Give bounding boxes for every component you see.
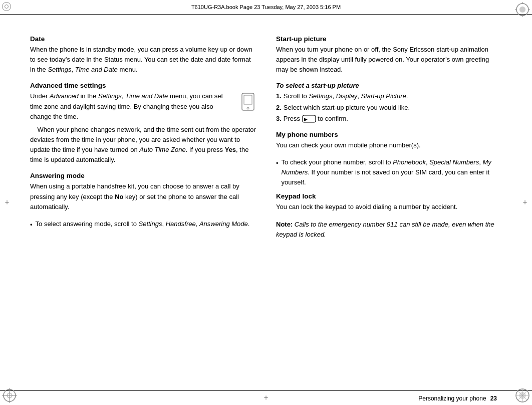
header-text: T610UG-R3A.book Page 23 Tuesday, May 27,… — [191, 4, 341, 10]
date-section: Date When the phone is in standby mode, … — [30, 35, 256, 75]
advanced-heading: Advanced time settings — [30, 82, 256, 89]
two-column-layout: Date When the phone is in standby mode, … — [30, 25, 502, 375]
answering-bullet: • To select answering mode, scroll to Se… — [30, 219, 256, 230]
step-num-2: 2. — [276, 103, 282, 113]
keypad-text: You can lock the keypad to avoid dialing… — [276, 202, 502, 212]
advanced-text-2: When your phone changes network, and the… — [30, 125, 256, 165]
startup-section: Start-up picture When you turn your phon… — [276, 35, 502, 124]
date-heading: Date — [30, 35, 256, 43]
my-phone-bullet-text: To check your phone number, scroll to Ph… — [282, 157, 502, 187]
content-area: Date When the phone is in standby mode, … — [30, 25, 502, 375]
phone-icon — [240, 92, 256, 113]
top-border — [0, 14, 532, 15]
step-text-3: Press ▶ to confirm. — [284, 114, 348, 124]
mid-mark-left — [3, 198, 11, 207]
step-text-2: Select which start-up picture you would … — [284, 103, 410, 113]
answering-text: When using a portable handsfree kit, you… — [30, 181, 256, 212]
answering-section: Answering mode When using a portable han… — [30, 172, 256, 230]
step-text-1: Scroll to Settings, Display, Start-up Pi… — [284, 91, 408, 101]
advanced-row: Under Advanced in the Settings, Time and… — [30, 91, 256, 121]
keypad-section: Keypad lock You can lock the keypad to a… — [276, 192, 502, 239]
startup-step-1: 1. Scroll to Settings, Display, Start-up… — [276, 91, 502, 101]
corner-mark-br — [515, 388, 530, 403]
step-num-1: 1. — [276, 91, 282, 101]
startup-italic-heading: To select a start-up picture — [276, 82, 502, 89]
svg-point-18 — [247, 107, 249, 109]
footer-page-number: 23 — [490, 395, 497, 402]
my-phone-bullet: • To check your phone number, scroll to … — [276, 157, 502, 187]
answering-heading: Answering mode — [30, 172, 256, 179]
step-num-3: 3. — [276, 114, 282, 124]
note-text: Note: Calls to the emergency number 911 … — [276, 220, 502, 240]
startup-step-2: 2. Select which start-up picture you wou… — [276, 103, 502, 113]
date-text: When the phone is in standby mode, you c… — [30, 45, 256, 75]
bullet-dot: • — [30, 220, 33, 230]
svg-text:▶: ▶ — [304, 117, 308, 122]
note-body: Calls to the emergency number 911 can st… — [276, 221, 494, 238]
footer-section-label: Personalizing your phone — [418, 395, 486, 402]
bullet-dot-2: • — [276, 158, 279, 168]
note-label: Note: — [276, 221, 293, 228]
startup-heading: Start-up picture — [276, 35, 502, 43]
advanced-text-block: Under Advanced in the Settings, Time and… — [30, 91, 236, 121]
startup-step-3: 3. Press ▶ to confirm. — [276, 114, 502, 124]
circle-deco-tl — [2, 2, 11, 11]
startup-steps: 1. Scroll to Settings, Display, Start-up… — [276, 91, 502, 123]
corner-mark-tr — [515, 2, 530, 17]
answering-bullet-text: To select answering mode, scroll to Sett… — [36, 219, 250, 229]
svg-point-1 — [519, 7, 525, 13]
keypad-heading: Keypad lock — [276, 192, 502, 200]
svg-rect-17 — [244, 95, 252, 104]
my-phone-heading: My phone numbers — [276, 131, 502, 138]
bottom-border — [0, 390, 532, 391]
left-column: Date When the phone is in standby mode, … — [30, 25, 256, 375]
right-column: Start-up picture When you turn your phon… — [276, 25, 502, 375]
my-phone-section: My phone numbers You can check your own … — [276, 131, 502, 188]
header-bar: T610UG-R3A.book Page 23 Tuesday, May 27,… — [0, 0, 532, 14]
mid-mark-right — [521, 198, 529, 207]
corner-mark-tl — [2, 2, 13, 13]
my-phone-text: You can check your own mobile phone numb… — [276, 140, 502, 150]
advanced-section: Advanced time settings Under Advanced in… — [30, 82, 256, 165]
footer-area: Personalizing your phone 23 — [0, 395, 502, 402]
startup-text: When you turn your phone on or off, the … — [276, 45, 502, 75]
